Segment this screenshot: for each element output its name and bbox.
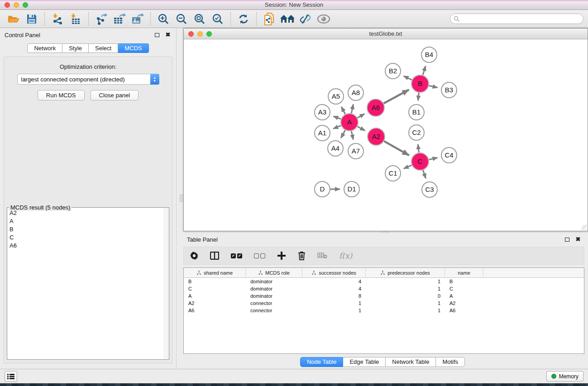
table-cell[interactable]: 1 bbox=[366, 307, 445, 314]
table-cell[interactable]: A bbox=[184, 292, 246, 300]
network-canvas[interactable]: B4B2BB3A8A5A6A3B1AA1C2A2A4A7C4CC1C3DD1 bbox=[184, 39, 588, 231]
graph-edge-A-A8[interactable] bbox=[351, 104, 353, 113]
zoom-in-icon[interactable] bbox=[156, 12, 171, 26]
tab-edge-table[interactable]: Edge Table bbox=[343, 357, 386, 367]
import-network-icon[interactable] bbox=[50, 12, 65, 26]
search-input[interactable] bbox=[459, 14, 583, 23]
graph-node-C3[interactable]: C3 bbox=[422, 182, 437, 197]
float-table-panel-icon[interactable] bbox=[564, 236, 571, 243]
save-session-icon[interactable] bbox=[24, 12, 39, 26]
table-cell[interactable]: 1 bbox=[366, 278, 445, 285]
table-cell[interactable]: dominator bbox=[246, 278, 302, 285]
table-cell[interactable]: 8 bbox=[302, 292, 366, 300]
graph-edge-C-C3[interactable] bbox=[423, 170, 425, 178]
criterion-dropdown[interactable]: largest connected component (directed) ▲… bbox=[17, 74, 159, 85]
tab-motifs[interactable]: Motifs bbox=[436, 357, 465, 367]
tab-node-table[interactable]: Node Table bbox=[300, 357, 344, 367]
graph-edge-A-A5[interactable] bbox=[341, 107, 345, 114]
tab-network[interactable]: Network bbox=[27, 43, 62, 53]
table-row[interactable]: Cdominator41C bbox=[184, 285, 584, 292]
graph-edge-B-B1[interactable] bbox=[418, 93, 419, 100]
zoom-fit-icon[interactable] bbox=[192, 12, 207, 26]
table-cell[interactable]: dominator bbox=[246, 292, 302, 300]
close-panel-button[interactable]: Close panel bbox=[91, 90, 139, 100]
graph-edge-A-A2[interactable] bbox=[358, 127, 365, 131]
graph-edge-A-A1[interactable] bbox=[333, 125, 341, 129]
graph-edge-C-C1[interactable] bbox=[404, 165, 412, 169]
import-table-icon[interactable] bbox=[68, 12, 83, 26]
table-cell[interactable]: A6 bbox=[184, 307, 246, 314]
graph-edge-C-C2[interactable] bbox=[418, 144, 419, 152]
new-network-from-selection-icon[interactable] bbox=[262, 12, 277, 26]
graph-edge-B-B2[interactable] bbox=[404, 76, 412, 80]
vertical-splitter-handle[interactable] bbox=[180, 195, 183, 202]
select-all-icon[interactable]: ✔✔ bbox=[231, 253, 242, 258]
table-cell[interactable]: 0 bbox=[366, 292, 445, 300]
graph-node-A8[interactable]: A8 bbox=[348, 85, 363, 100]
graph-node-A5[interactable]: A5 bbox=[328, 89, 344, 104]
table-cell[interactable]: connector bbox=[246, 307, 302, 314]
settings-icon[interactable] bbox=[190, 252, 198, 260]
column-header-shared-name[interactable]: shared name bbox=[184, 268, 246, 277]
export-table-icon[interactable] bbox=[112, 12, 127, 26]
graph-node-B3[interactable]: B3 bbox=[441, 82, 457, 98]
float-panel-icon[interactable] bbox=[153, 31, 161, 38]
table-cell[interactable]: B bbox=[445, 278, 483, 285]
table-row[interactable]: Bdominator41B bbox=[184, 278, 584, 285]
zoom-out-icon[interactable] bbox=[174, 12, 189, 26]
table-cell[interactable]: A2 bbox=[445, 300, 483, 307]
graph-node-A1[interactable]: A1 bbox=[315, 125, 330, 141]
graph-edge-A-A7[interactable] bbox=[351, 131, 353, 140]
tab-select[interactable]: Select bbox=[89, 43, 118, 53]
table-cell[interactable]: 1 bbox=[302, 307, 366, 314]
graph-node-B1[interactable]: B1 bbox=[409, 105, 424, 120]
mcds-result-item[interactable]: A2 bbox=[8, 210, 163, 218]
graph-node-A6[interactable]: A6 bbox=[367, 99, 384, 116]
graph-node-C[interactable]: C bbox=[411, 153, 429, 170]
options-list-button[interactable] bbox=[5, 371, 17, 382]
graph-node-A[interactable]: A bbox=[341, 114, 358, 131]
graph-node-A7[interactable]: A7 bbox=[348, 143, 363, 159]
graph-node-D[interactable]: D bbox=[315, 181, 330, 197]
graph-node-C1[interactable]: C1 bbox=[385, 166, 401, 181]
table-cell[interactable]: 1 bbox=[366, 300, 445, 307]
graph-edge-A-A6[interactable] bbox=[358, 114, 365, 118]
table-cell[interactable]: B bbox=[184, 278, 246, 285]
column-header-successor-nodes[interactable]: successor nodes bbox=[302, 268, 366, 277]
mcds-result-item[interactable]: A6 bbox=[8, 242, 163, 250]
tab-network-table[interactable]: Network Table bbox=[386, 357, 436, 367]
home-icon[interactable] bbox=[280, 12, 295, 26]
graph-edge-A2-C[interactable] bbox=[384, 141, 409, 155]
table-row[interactable]: A2connector11A2 bbox=[184, 300, 584, 307]
graph-node-C2[interactable]: C2 bbox=[409, 125, 424, 140]
delete-row-icon[interactable] bbox=[298, 251, 306, 260]
show-columns-icon[interactable] bbox=[210, 252, 219, 260]
run-mcds-button[interactable]: Run MCDS bbox=[38, 90, 85, 100]
graph-node-A4[interactable]: A4 bbox=[328, 141, 343, 156]
mcds-result-item[interactable]: B bbox=[8, 226, 163, 234]
graph-node-C4[interactable]: C4 bbox=[441, 148, 457, 163]
graph-edge-A6-B[interactable] bbox=[384, 90, 409, 103]
table-cell[interactable]: connector bbox=[246, 300, 302, 307]
table-cell[interactable]: 4 bbox=[302, 278, 366, 285]
add-row-icon[interactable] bbox=[277, 251, 286, 260]
export-image-icon[interactable] bbox=[130, 12, 145, 26]
table-row[interactable]: A6connector11A6 bbox=[184, 307, 584, 314]
memory-button[interactable]: Memory bbox=[546, 371, 583, 381]
mcds-result-item[interactable]: C bbox=[8, 234, 163, 242]
graph-edge-C-C4[interactable] bbox=[429, 158, 438, 160]
graph-edge-A-A3[interactable] bbox=[333, 116, 341, 119]
hide-labels-icon[interactable] bbox=[298, 12, 313, 26]
table-cell[interactable]: C bbox=[445, 285, 483, 292]
close-table-panel-icon[interactable]: ✖ bbox=[574, 236, 582, 243]
zoom-selected-icon[interactable] bbox=[210, 12, 225, 26]
open-file-icon[interactable] bbox=[6, 12, 21, 26]
graph-node-B[interactable]: B bbox=[411, 75, 429, 92]
table-cell[interactable]: 1 bbox=[302, 300, 366, 307]
graph-edge-A-A4[interactable] bbox=[341, 130, 345, 138]
show-graphics-details-icon[interactable] bbox=[316, 12, 331, 26]
unselect-all-icon[interactable] bbox=[254, 253, 265, 258]
graph-node-B2[interactable]: B2 bbox=[385, 63, 401, 79]
column-header-name[interactable]: name bbox=[445, 268, 483, 277]
table-cell[interactable]: C bbox=[184, 285, 246, 292]
